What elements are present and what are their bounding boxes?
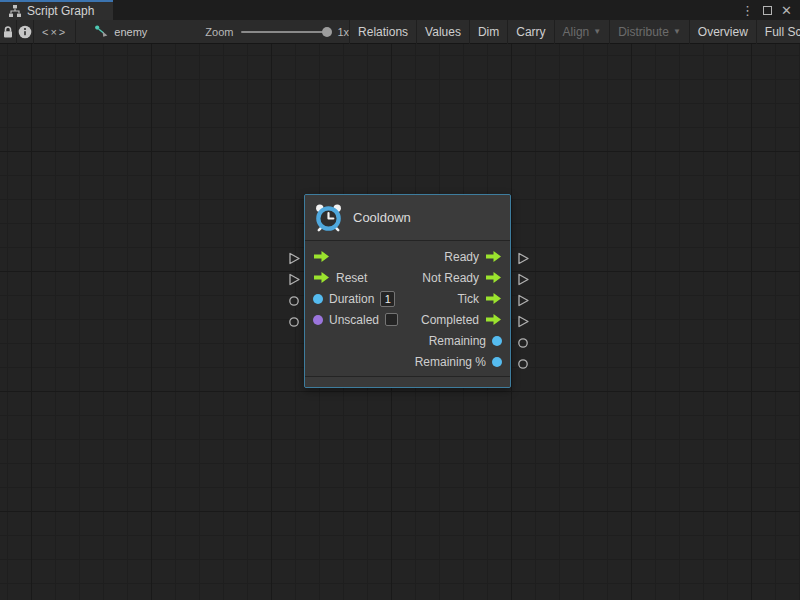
breadcrumb[interactable]: enemy — [94, 24, 147, 39]
port-label: Remaining — [429, 334, 486, 348]
flow-arrow-icon — [485, 313, 502, 326]
graph-canvas[interactable]: Cooldown Ready — [0, 44, 800, 600]
port-label: Completed — [421, 313, 479, 327]
info-button[interactable] — [17, 20, 33, 44]
flow-arrow-icon — [485, 250, 502, 263]
graph-name: enemy — [114, 26, 147, 38]
tab-script-graph[interactable]: Script Graph — [0, 0, 113, 20]
chevron-down-icon: ▼ — [593, 27, 601, 36]
close-icon[interactable]: ✕ — [781, 4, 792, 17]
port-remaining[interactable]: Remaining — [429, 334, 502, 348]
port-label: Tick — [457, 292, 479, 306]
title-bar: Script Graph ⋮ ✕ — [0, 0, 800, 20]
value-port-icon[interactable] — [313, 294, 323, 304]
zoom-control: Zoom 1x — [205, 26, 349, 38]
value-port-icon[interactable] — [492, 336, 502, 346]
port-completed[interactable]: Completed — [421, 313, 502, 327]
flow-arrow-icon — [313, 271, 330, 284]
port-row: Unscaled Completed — [305, 309, 510, 330]
port-unscaled[interactable]: Unscaled — [313, 313, 398, 327]
node-header[interactable]: Cooldown — [305, 195, 510, 241]
chevron-down-icon: ▼ — [673, 27, 681, 36]
node-title: Cooldown — [353, 210, 411, 225]
menu-icon[interactable]: ⋮ — [741, 4, 754, 17]
port-row: Remaining % — [305, 351, 510, 372]
lock-icon — [0, 24, 16, 40]
port-label: Unscaled — [329, 313, 379, 327]
full-screen-button[interactable]: Full Screen — [757, 20, 800, 44]
port-row: Remaining — [305, 330, 510, 351]
port-ready[interactable]: Ready — [444, 250, 502, 264]
port-row: Duration 1 Tick — [305, 288, 510, 309]
port-row: Ready — [305, 246, 510, 267]
zoom-slider[interactable] — [241, 31, 329, 33]
external-flow-output[interactable] — [517, 315, 530, 328]
lock-button[interactable] — [0, 20, 16, 44]
info-icon — [17, 24, 33, 40]
flow-arrow-icon — [485, 271, 502, 284]
external-flow-input[interactable] — [288, 273, 301, 286]
value-port-icon[interactable] — [492, 357, 502, 367]
port-remaining-percent[interactable]: Remaining % — [415, 355, 502, 369]
external-flow-input[interactable] — [288, 252, 301, 265]
relations-button[interactable]: Relations — [350, 20, 416, 44]
zoom-value: 1x — [337, 26, 349, 38]
toolbar-separator — [75, 20, 76, 44]
external-value-output[interactable] — [517, 358, 529, 370]
external-flow-output[interactable] — [517, 294, 530, 307]
port-label: Reset — [336, 271, 367, 285]
node-body: Ready Reset Not Ready — [305, 241, 510, 376]
zoom-slider-handle[interactable] — [322, 27, 332, 37]
window-controls: ⋮ ✕ — [741, 0, 800, 20]
script-graph-window: Script Graph ⋮ ✕ <×> — [0, 0, 800, 600]
values-button[interactable]: Values — [417, 20, 469, 44]
unscaled-checkbox[interactable] — [385, 313, 398, 326]
flow-arrow-icon — [313, 250, 330, 263]
port-duration[interactable]: Duration 1 — [313, 291, 395, 307]
flow-arrow-icon — [485, 292, 502, 305]
align-label: Align — [563, 25, 590, 39]
cooldown-node[interactable]: Cooldown Ready — [304, 194, 511, 388]
carry-button[interactable]: Carry — [508, 20, 553, 44]
dim-button[interactable]: Dim — [470, 20, 507, 44]
port-row: Reset Not Ready — [305, 267, 510, 288]
tab-title: Script Graph — [27, 4, 94, 18]
alarm-clock-icon — [313, 202, 344, 233]
external-flow-output[interactable] — [517, 252, 530, 265]
external-value-input[interactable] — [288, 295, 300, 307]
external-value-output[interactable] — [517, 337, 529, 349]
port-not-ready[interactable]: Not Ready — [422, 271, 502, 285]
maximize-icon[interactable] — [763, 6, 772, 15]
code-preview-button[interactable]: <×> — [34, 20, 75, 44]
port-tick[interactable]: Tick — [457, 292, 502, 306]
graph-toolbar: <×> enemy Zoom 1x Relations Values Dim — [0, 20, 800, 44]
toolbar-actions: Relations Values Dim Carry Align ▼ Distr… — [349, 20, 800, 44]
overview-button[interactable]: Overview — [690, 20, 756, 44]
port-label: Not Ready — [422, 271, 479, 285]
external-flow-output[interactable] — [517, 273, 530, 286]
graph-pointer-icon — [94, 24, 109, 39]
external-value-input[interactable] — [288, 316, 300, 328]
distribute-dropdown[interactable]: Distribute ▼ — [610, 20, 689, 44]
graph-icon — [8, 4, 22, 18]
duration-input[interactable]: 1 — [380, 291, 395, 307]
zoom-label: Zoom — [205, 26, 233, 38]
value-port-icon[interactable] — [313, 315, 323, 325]
align-dropdown[interactable]: Align ▼ — [555, 20, 610, 44]
port-enter[interactable] — [313, 250, 330, 263]
port-label: Remaining % — [415, 355, 486, 369]
port-reset[interactable]: Reset — [313, 271, 367, 285]
node-footer — [305, 376, 510, 387]
port-label: Duration — [329, 292, 374, 306]
port-label: Ready — [444, 250, 479, 264]
distribute-label: Distribute — [618, 25, 669, 39]
